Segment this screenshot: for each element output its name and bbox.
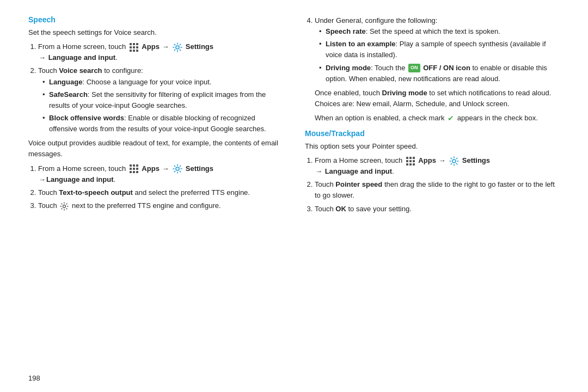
page: Speech Set the speech settings for Voice… — [0, 0, 588, 392]
svg-point-20 — [63, 205, 66, 207]
bullet-language: Language: Choose a language for your voi… — [42, 77, 283, 88]
apps-label-3: Apps — [418, 156, 438, 164]
svg-rect-8 — [136, 50, 138, 52]
svg-rect-23 — [413, 157, 415, 159]
step3-text-before: Touch — [38, 201, 59, 210]
arrow-la1: → — [39, 53, 48, 62]
gear-small-icon — [60, 202, 69, 211]
bullet-block-offensive: Block offensive words: Enable or disable… — [42, 113, 283, 134]
arrow-2: → — [162, 164, 169, 173]
once-enabled-text: Once enabled, touch Driving mode to set … — [315, 88, 560, 109]
apps-grid-icon-1 — [129, 42, 139, 52]
svg-rect-27 — [406, 163, 408, 166]
apps-grid-icon-3 — [406, 156, 415, 166]
page-number: 198 — [28, 374, 40, 382]
step-3-left: Touch next to the preferred TTS engine a… — [38, 200, 283, 211]
svg-rect-14 — [133, 168, 135, 170]
svg-rect-16 — [130, 171, 132, 173]
step-2-left-2: Touch Text-to-speech output and select t… — [38, 187, 283, 198]
arrow-3: → — [438, 156, 445, 164]
svg-rect-0 — [130, 43, 132, 45]
svg-point-19 — [176, 167, 179, 170]
settings-label-3: Settings — [462, 156, 490, 164]
apps-grid-icon-2 — [129, 164, 139, 174]
step1-text-before: From a Home screen, touch — [38, 42, 128, 51]
svg-rect-7 — [133, 50, 135, 52]
svg-point-30 — [452, 160, 456, 163]
settings-label-1: Settings — [186, 42, 213, 51]
step-2-left: Touch Voice search to configure: Languag… — [38, 65, 283, 134]
speech-intro: Set the speech settings for Voice search… — [28, 27, 283, 38]
svg-rect-3 — [130, 46, 132, 48]
svg-rect-24 — [406, 160, 408, 162]
step-1-right: From a Home screen, touch — [315, 155, 560, 177]
svg-point-9 — [176, 46, 179, 49]
svg-rect-25 — [409, 160, 412, 162]
svg-rect-15 — [136, 168, 138, 170]
step2-text: Touch Voice search to configure: — [38, 66, 143, 75]
settings-gear-icon-2 — [173, 164, 182, 174]
svg-rect-11 — [133, 164, 135, 167]
settings-gear-icon-1 — [173, 42, 182, 52]
mouse-trackpad-intro: This option sets your Pointer speed. — [305, 141, 560, 152]
mouse-trackpad-section: Mouse/Trackpad This option sets your Poi… — [305, 129, 560, 215]
driving-toggle: ON — [408, 64, 420, 72]
svg-rect-17 — [133, 171, 135, 173]
mouse-steps: From a Home screen, touch — [315, 155, 560, 215]
svg-rect-12 — [136, 164, 138, 167]
step-1-left-2: From a Home screen, touch — [38, 163, 283, 185]
svg-rect-21 — [406, 157, 408, 159]
mouse-trackpad-heading: Mouse/Trackpad — [305, 129, 560, 138]
step-1-left: From a Home screen, touch — [38, 41, 283, 63]
step4-text: Under General, configure the following: — [315, 16, 437, 24]
apps-label-1: Apps — [142, 42, 161, 51]
step1b-text-before: From a Home screen, touch — [38, 164, 128, 173]
speech-steps-2: From a Home screen, touch — [38, 163, 283, 212]
settings-gear-icon-3 — [449, 156, 459, 166]
svg-rect-22 — [409, 157, 412, 159]
general-bullets: Speech rate: Set the speed at which the … — [319, 26, 560, 84]
step1r-text-before: From a Home screen, touch — [315, 156, 405, 164]
apps-label-2: Apps — [142, 164, 161, 173]
language-input-3: Language and input — [325, 167, 393, 175]
language-input-1: Language and input — [48, 53, 116, 62]
step3-text-after: next to the preferred TTS engine and con… — [72, 201, 221, 210]
svg-rect-5 — [136, 46, 138, 48]
svg-rect-4 — [133, 46, 135, 48]
svg-rect-28 — [409, 163, 412, 166]
when-option-text: When an option is enabled, a check mark … — [315, 113, 560, 125]
right-column: Under General, configure the following: … — [305, 15, 560, 381]
voice-output-text: Voice output provides audible readout of… — [28, 138, 283, 160]
language-input-2: Language and input — [46, 175, 114, 183]
svg-rect-29 — [413, 163, 415, 166]
svg-rect-6 — [130, 50, 132, 52]
step4-section: Under General, configure the following: … — [305, 15, 560, 125]
voice-search-bullets: Language: Choose a language for your voi… — [42, 77, 283, 135]
step-3-right: Touch OK to save your setting. — [315, 204, 560, 215]
bullet-listen-example: Listen to an example: Play a sample of s… — [319, 39, 560, 60]
left-column: Speech Set the speech settings for Voice… — [28, 15, 283, 381]
bullet-speech-rate: Speech rate: Set the speed at which the … — [319, 26, 560, 37]
speech-steps-1: From a Home screen, touch — [38, 41, 283, 134]
bullet-driving-mode: Driving mode: Touch the ON OFF / ON icon… — [319, 63, 560, 84]
svg-rect-13 — [130, 168, 132, 170]
speech-section: Speech Set the speech settings for Voice… — [28, 15, 283, 211]
step-4-right: Under General, configure the following: … — [315, 15, 560, 125]
settings-label-2: Settings — [186, 164, 213, 173]
svg-rect-2 — [136, 43, 138, 45]
checkmark-icon: ✔ — [448, 113, 454, 125]
speech-heading: Speech — [28, 15, 283, 24]
step-2-right: Touch Pointer speed then drag the slide … — [315, 179, 560, 201]
arrow-1: → — [162, 42, 169, 51]
svg-rect-10 — [130, 164, 132, 167]
step4-list: Under General, configure the following: … — [315, 15, 560, 125]
svg-rect-26 — [413, 160, 415, 162]
svg-rect-18 — [136, 171, 138, 173]
bullet-safesearch: SafeSearch: Set the sensitivity for filt… — [42, 89, 283, 111]
svg-rect-1 — [133, 43, 135, 45]
